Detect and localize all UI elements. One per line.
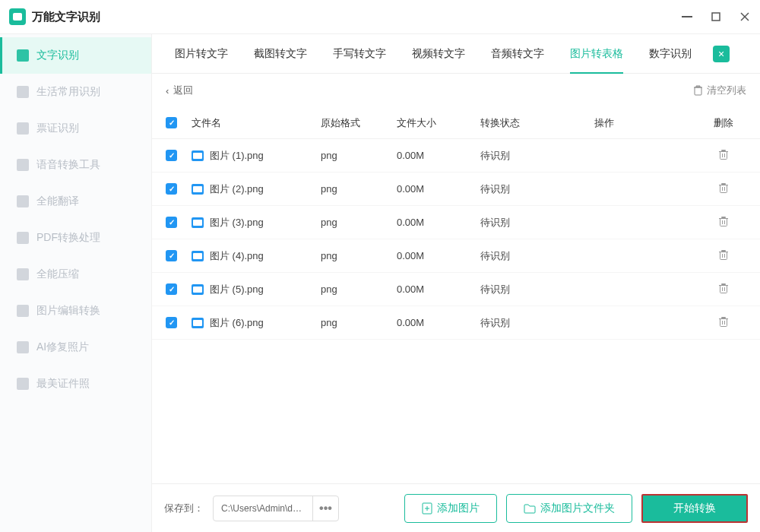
file-status: 待识别 — [480, 149, 594, 163]
sidebar-item-label: 全能压缩 — [36, 268, 79, 281]
sidebar-item-label: 生活常用识别 — [36, 85, 100, 99]
image-file-icon — [192, 251, 204, 261]
save-path-text: C:\Users\Admin\deskt... — [214, 503, 312, 514]
delete-row-button[interactable] — [701, 182, 746, 194]
sidebar-item-5[interactable]: PDF转换处理 — [0, 220, 151, 256]
file-format: png — [321, 183, 397, 195]
tab-1[interactable]: 截图转文字 — [243, 34, 318, 74]
table-row: 图片 (3).pngpng0.00M待识别 — [152, 206, 760, 239]
col-ops: 操作 — [594, 116, 701, 130]
image-file-icon — [192, 217, 204, 228]
sidebar-item-0[interactable]: 文字识别 — [0, 37, 151, 74]
tab-5[interactable]: 图片转表格 — [559, 34, 634, 74]
image-file-icon — [192, 184, 204, 195]
sidebar-item-8[interactable]: AI修复照片 — [0, 329, 151, 366]
clear-label: 清空列表 — [707, 84, 746, 97]
file-list: 图片 (1).pngpng0.00M待识别图片 (2).pngpng0.00M待… — [152, 139, 760, 340]
close-button[interactable] — [739, 11, 751, 23]
toolbar: ‹ 返回 清空列表 — [152, 74, 760, 107]
sidebar-item-1[interactable]: 生活常用识别 — [0, 74, 151, 110]
col-filename: 文件名 — [192, 116, 321, 130]
file-status: 待识别 — [480, 316, 594, 330]
table-row: 图片 (4).pngpng0.00M待识别 — [152, 239, 760, 273]
delete-row-button[interactable] — [701, 316, 746, 328]
file-status: 待识别 — [480, 249, 594, 263]
row-checkbox[interactable] — [166, 150, 177, 161]
col-status: 转换状态 — [480, 116, 594, 130]
delete-row-button[interactable] — [701, 216, 746, 227]
row-checkbox[interactable] — [166, 283, 177, 295]
svg-rect-0 — [682, 16, 692, 17]
sidebar-item-2[interactable]: 票证识别 — [0, 110, 151, 147]
sidebar-item-6[interactable]: 全能压缩 — [0, 256, 151, 293]
delete-row-button[interactable] — [701, 283, 746, 294]
file-name: 图片 (1).png — [210, 149, 264, 163]
tab-0[interactable]: 图片转文字 — [164, 34, 239, 74]
file-format: png — [321, 150, 397, 161]
sidebar-icon — [17, 195, 29, 207]
clear-list-button[interactable]: 清空列表 — [693, 84, 746, 97]
back-label: 返回 — [173, 84, 193, 97]
back-button[interactable]: ‹ 返回 — [166, 84, 193, 97]
table-header: 文件名 原始格式 文件大小 转换状态 操作 删除 — [152, 107, 760, 139]
delete-row-button[interactable] — [701, 149, 746, 160]
file-size: 0.00M — [397, 317, 480, 328]
image-file-icon — [192, 318, 204, 328]
sidebar-icon — [17, 268, 29, 280]
tab-bar: 图片转文字截图转文字手写转文字视频转文字音频转文字图片转表格数字识别× — [152, 34, 760, 74]
tab-3[interactable]: 视频转文字 — [401, 34, 476, 74]
sidebar-item-3[interactable]: 语音转换工具 — [0, 147, 151, 183]
tab-close-button[interactable]: × — [713, 46, 730, 62]
col-size: 文件大小 — [397, 116, 480, 130]
sidebar-icon — [17, 159, 29, 171]
sidebar-icon — [17, 49, 29, 62]
row-checkbox[interactable] — [166, 217, 177, 228]
sidebar-icon — [17, 122, 29, 135]
row-checkbox[interactable] — [166, 250, 177, 261]
sidebar-icon — [17, 305, 29, 317]
sidebar-item-label: PDF转换处理 — [36, 231, 100, 245]
sidebar-icon — [17, 341, 29, 353]
tab-4[interactable]: 音频转文字 — [480, 34, 555, 74]
row-checkbox[interactable] — [166, 317, 177, 328]
title-bar: 万能文字识别 — [0, 0, 760, 34]
col-format: 原始格式 — [321, 116, 397, 130]
sidebar-item-label: AI修复照片 — [36, 340, 89, 354]
trash-icon — [693, 85, 703, 96]
chevron-left-icon: ‹ — [166, 85, 169, 97]
table-row: 图片 (1).pngpng0.00M待识别 — [152, 139, 760, 173]
file-status: 待识别 — [480, 216, 594, 230]
file-name: 图片 (4).png — [210, 249, 264, 263]
file-status: 待识别 — [480, 182, 594, 196]
sidebar-item-4[interactable]: 全能翻译 — [0, 183, 151, 220]
sidebar-item-9[interactable]: 最美证件照 — [0, 366, 151, 402]
file-name: 图片 (3).png — [210, 216, 264, 230]
delete-row-button[interactable] — [701, 249, 746, 261]
save-to-label: 保存到： — [164, 502, 204, 515]
start-convert-button[interactable]: 开始转换 — [641, 494, 748, 523]
sidebar-icon — [17, 86, 29, 98]
browse-path-button[interactable]: ••• — [312, 496, 338, 521]
add-image-button[interactable]: 添加图片 — [404, 494, 497, 523]
file-format: png — [321, 317, 397, 328]
file-size: 0.00M — [397, 283, 480, 295]
tab-6[interactable]: 数字识别 — [638, 34, 702, 74]
file-status: 待识别 — [480, 283, 594, 296]
file-size: 0.00M — [397, 183, 480, 195]
file-format: png — [321, 217, 397, 228]
sidebar-item-label: 全能翻译 — [36, 195, 79, 208]
sidebar-item-label: 文字识别 — [36, 49, 79, 62]
sidebar-item-7[interactable]: 图片编辑转换 — [0, 293, 151, 329]
sidebar-icon — [17, 378, 29, 390]
table-row: 图片 (6).pngpng0.00M待识别 — [152, 306, 760, 340]
minimize-button[interactable] — [681, 11, 693, 23]
footer: 保存到： C:\Users\Admin\deskt... ••• 添加图片 添加… — [152, 483, 760, 532]
sidebar-item-label: 图片编辑转换 — [36, 304, 100, 318]
select-all-checkbox[interactable] — [166, 117, 177, 128]
file-name: 图片 (2).png — [210, 182, 264, 196]
maximize-button[interactable] — [710, 11, 722, 23]
tab-2[interactable]: 手写转文字 — [322, 34, 397, 74]
add-folder-button[interactable]: 添加图片文件夹 — [506, 494, 632, 523]
row-checkbox[interactable] — [166, 183, 177, 195]
file-format: png — [321, 250, 397, 261]
